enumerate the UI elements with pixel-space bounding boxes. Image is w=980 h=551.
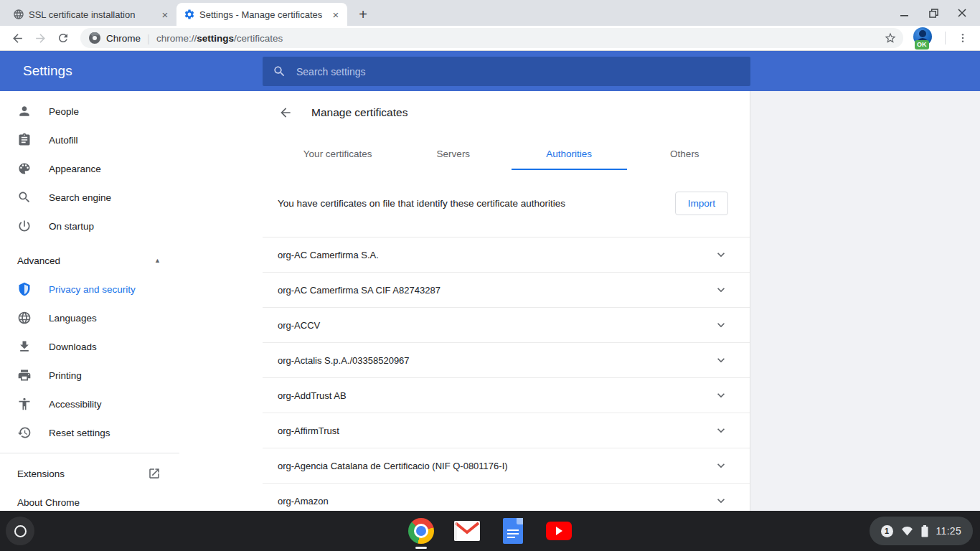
browser-tab-ssl[interactable]: SSL certificate installation × <box>6 3 176 26</box>
certificate-row[interactable]: org-AC Camerfirma S.A. <box>263 237 750 273</box>
settings-sidebar: People Autofill Appearance Search engine… <box>0 91 263 511</box>
tab-others[interactable]: Others <box>627 140 743 170</box>
bookmark-star-icon[interactable] <box>880 28 900 48</box>
close-icon[interactable] <box>953 4 971 22</box>
wifi-icon <box>901 526 913 536</box>
back-icon[interactable] <box>7 28 27 48</box>
search-settings-input[interactable]: Search settings <box>263 57 750 86</box>
sidebar-advanced-toggle[interactable]: Advanced ▲ <box>0 246 263 275</box>
sidebar-item-extensions[interactable]: Extensions <box>0 459 263 488</box>
manage-certificates-card: Manage certificates Your certificates Se… <box>263 91 750 511</box>
url-text: Chrome | chrome://settings/certificates <box>100 32 880 44</box>
tab-close-icon[interactable]: × <box>330 9 341 20</box>
printer-icon <box>17 368 32 382</box>
palette-icon <box>17 161 32 176</box>
chevron-down-icon[interactable] <box>714 388 728 402</box>
gmail-logo-icon <box>454 521 480 541</box>
forward-icon[interactable] <box>30 28 50 48</box>
restore-icon[interactable] <box>924 4 943 22</box>
sidebar-item-people[interactable]: People <box>0 97 263 126</box>
sidebar-item-privacy-security[interactable]: Privacy and security <box>0 275 263 303</box>
certificate-row[interactable]: org-AddTrust AB <box>263 378 750 413</box>
toolbar-divider <box>945 32 946 44</box>
accessibility-icon <box>17 397 32 411</box>
gmail-app-icon[interactable] <box>454 518 480 544</box>
sidebar-item-languages[interactable]: Languages <box>0 303 263 332</box>
certificate-row[interactable]: org-Agencia Catalana de Certificacio (NI… <box>263 448 750 484</box>
youtube-app-icon[interactable] <box>546 518 572 544</box>
youtube-logo-icon <box>546 522 572 540</box>
search-icon <box>17 190 32 204</box>
sidebar-item-label: People <box>49 106 79 117</box>
advanced-label: Advanced <box>17 255 60 266</box>
external-link-icon <box>148 467 161 480</box>
certificate-name: org-Actalis S.p.A./03358520967 <box>278 355 714 366</box>
profile-avatar[interactable]: OK <box>913 27 935 49</box>
import-button[interactable]: Import <box>675 192 728 215</box>
browser-tab-settings[interactable]: Settings - Manage certificates × <box>176 3 347 26</box>
chevron-down-icon[interactable] <box>714 318 728 332</box>
sidebar-item-printing[interactable]: Printing <box>0 361 263 390</box>
battery-icon <box>921 525 928 537</box>
chevron-down-icon[interactable] <box>714 458 728 473</box>
sidebar-item-downloads[interactable]: Downloads <box>0 332 263 361</box>
notification-count-badge: 1 <box>881 525 893 537</box>
minimize-icon[interactable] <box>895 4 914 22</box>
power-icon <box>17 219 32 233</box>
certificate-name: org-AddTrust AB <box>278 390 714 401</box>
settings-main: People Autofill Appearance Search engine… <box>0 91 980 511</box>
back-arrow-icon[interactable] <box>278 105 293 120</box>
sidebar-item-label: Privacy and security <box>49 284 136 295</box>
certificate-name: org-Agencia Catalana de Certificacio (NI… <box>278 461 714 471</box>
sidebar-item-about-chrome[interactable]: About Chrome <box>0 488 263 511</box>
certificate-row[interactable]: org-AffirmTrust <box>263 413 750 448</box>
sidebar-divider <box>0 453 179 453</box>
docs-app-icon[interactable] <box>500 518 526 544</box>
sidebar-item-label: Reset settings <box>49 428 110 438</box>
tab-your-certificates[interactable]: Your certificates <box>280 140 395 170</box>
tab-strip: SSL certificate installation × Settings … <box>0 0 980 26</box>
tab-close-icon[interactable]: × <box>159 9 171 20</box>
url-scheme: chrome:// <box>156 33 197 44</box>
globe-icon <box>17 311 32 325</box>
sidebar-item-label: Appearance <box>49 164 101 174</box>
gear-favicon-icon <box>184 9 195 20</box>
sidebar-item-on-startup[interactable]: On startup <box>0 212 263 240</box>
chevron-down-icon[interactable] <box>714 353 728 367</box>
page-title: Manage certificates <box>311 106 407 119</box>
reload-icon[interactable] <box>53 28 73 48</box>
profile-ok-badge: OK <box>915 40 929 50</box>
sidebar-item-autofill[interactable]: Autofill <box>0 126 263 154</box>
sidebar-item-label: Downloads <box>49 342 97 352</box>
settings-title: Settings <box>23 63 72 79</box>
launcher-icon <box>14 525 27 537</box>
certificate-name: org-Amazon <box>278 496 714 507</box>
chevron-down-icon[interactable] <box>714 494 728 508</box>
status-tray[interactable]: 1 11:25 <box>870 517 974 545</box>
sidebar-item-label: Printing <box>49 370 82 381</box>
certificate-row[interactable]: org-Actalis S.p.A./03358520967 <box>263 343 750 378</box>
tab-authorities[interactable]: Authorities <box>512 140 627 170</box>
tab-servers[interactable]: Servers <box>395 140 511 170</box>
chevron-down-icon[interactable] <box>714 423 728 438</box>
address-bar[interactable]: Chrome | chrome://settings/certificates <box>80 28 903 48</box>
shield-icon <box>17 282 32 296</box>
sidebar-item-search-engine[interactable]: Search engine <box>0 183 263 212</box>
card-header: Manage certificates <box>263 91 750 130</box>
about-label: About Chrome <box>17 497 80 508</box>
chevron-down-icon[interactable] <box>714 283 728 297</box>
certificate-row[interactable]: org-Amazon <box>263 484 750 511</box>
window-controls <box>895 0 980 26</box>
certificate-name: org-AC Camerfirma SA CIF A82743287 <box>278 285 714 296</box>
clipboard-icon <box>17 133 32 147</box>
browser-menu-icon[interactable] <box>953 28 973 48</box>
certificate-row[interactable]: org-AC Camerfirma SA CIF A82743287 <box>263 273 750 308</box>
chevron-down-icon[interactable] <box>714 248 728 262</box>
chrome-app-icon[interactable] <box>408 518 434 544</box>
certificate-row[interactable]: org-ACCV <box>263 308 750 343</box>
sidebar-item-accessibility[interactable]: Accessibility <box>0 390 263 418</box>
new-tab-button[interactable]: + <box>353 4 373 24</box>
sidebar-item-reset-settings[interactable]: Reset settings <box>0 418 263 447</box>
launcher-button[interactable] <box>6 517 34 545</box>
sidebar-item-appearance[interactable]: Appearance <box>0 154 263 183</box>
